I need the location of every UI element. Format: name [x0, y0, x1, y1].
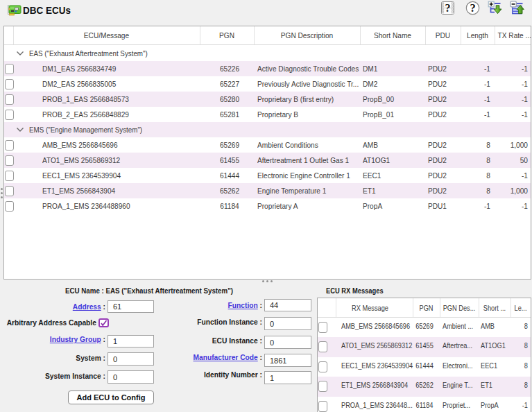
svg-text:?: ? [470, 1, 475, 15]
svg-text:?: ? [445, 2, 451, 14]
